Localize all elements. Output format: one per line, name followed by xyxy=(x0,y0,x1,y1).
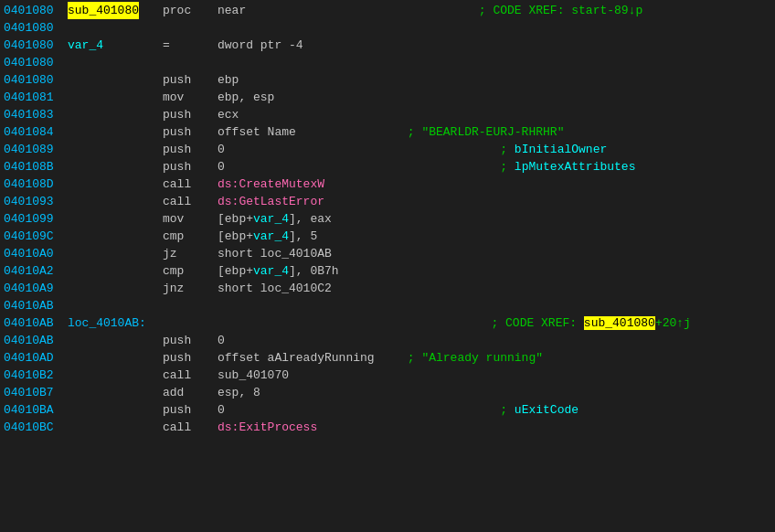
address: 04010BC xyxy=(4,419,68,436)
label-col: var_4 xyxy=(68,37,159,54)
operand: ds:ExitProcess xyxy=(218,419,400,436)
code-line: 040109C cmp [ebp+var_4], 5 xyxy=(0,228,775,245)
comment: ; bInitialOwner xyxy=(400,141,607,158)
proc-label: sub_401080 xyxy=(68,2,139,19)
code-line: 04010AD push offset aAlreadyRunning ; "A… xyxy=(0,349,775,367)
address: 04010AB xyxy=(4,297,68,314)
operand: [ebp+var_4], 0B7h xyxy=(218,262,400,280)
address: 0401084 xyxy=(4,123,68,141)
mnemonic: call xyxy=(163,367,218,384)
address: 0401080 xyxy=(4,54,68,71)
mnemonic: push xyxy=(163,141,218,158)
code-line-empty: 0401080 xyxy=(0,19,775,37)
address: 0401080 xyxy=(4,37,68,54)
operand: ebp xyxy=(218,71,400,89)
code-line: 04010BC call ds:ExitProcess xyxy=(0,419,775,436)
address: 04010B7 xyxy=(4,384,68,401)
address: 04010AB xyxy=(4,332,68,349)
mnemonic: cmp xyxy=(163,262,218,280)
address: 0401081 xyxy=(4,89,68,106)
mnemonic: push xyxy=(163,401,218,419)
mnemonic: = xyxy=(163,37,218,54)
operand: ebp, esp xyxy=(218,89,400,106)
operand: ds:GetLastError xyxy=(218,193,400,210)
code-line: 0401080 sub_401080 proc near ; CODE XREF… xyxy=(0,2,775,19)
address: 0401080 xyxy=(4,2,68,19)
operand: esp, 8 xyxy=(218,384,400,401)
operand: [ebp+var_4], eax xyxy=(218,210,400,228)
operand: short loc_4010C2 xyxy=(218,280,400,297)
mnemonic: call xyxy=(163,419,218,436)
code-line: 0401081 mov ebp, esp xyxy=(0,89,775,106)
comment: ; uExitCode xyxy=(400,401,579,419)
code-line: 04010A9 jnz short loc_4010C2 xyxy=(0,280,775,297)
mnemonic: push xyxy=(163,332,218,349)
operand: 0 xyxy=(218,141,400,158)
operand: offset Name xyxy=(218,123,400,141)
address: 040108D xyxy=(4,176,68,193)
operand: offset aAlreadyRunning xyxy=(218,349,400,367)
address: 04010B2 xyxy=(4,367,68,384)
operand: 0 xyxy=(218,158,400,176)
code-line: 04010A0 jz short loc_4010AB xyxy=(0,245,775,262)
mnemonic: proc xyxy=(163,2,218,19)
address: 04010A9 xyxy=(4,280,68,297)
label-col: loc_4010AB: xyxy=(68,314,159,332)
operand: 0 xyxy=(218,332,400,349)
mnemonic: jz xyxy=(163,245,218,262)
address: 04010AD xyxy=(4,349,68,367)
mnemonic: cmp xyxy=(163,228,218,245)
code-line: 04010AB loc_4010AB: ; CODE XREF: sub_401… xyxy=(0,314,775,332)
mnemonic: push xyxy=(163,349,218,367)
mnemonic: mov xyxy=(163,89,218,106)
code-line: 04010A2 cmp [ebp+var_4], 0B7h xyxy=(0,262,775,280)
mnemonic: mov xyxy=(163,210,218,228)
code-line: 0401084 push offset Name ; "BEARLDR-EURJ… xyxy=(0,123,775,141)
mnemonic: push xyxy=(163,123,218,141)
address: 040108B xyxy=(4,158,68,176)
operand: ds:CreateMutexW xyxy=(218,176,400,193)
address: 0401099 xyxy=(4,210,68,228)
mnemonic: add xyxy=(163,384,218,401)
comment: ; "BEARLDR-EURJ-RHRHR" xyxy=(400,123,564,141)
code-line: 04010AB push 0 xyxy=(0,332,775,349)
operand: dword ptr -4 xyxy=(218,37,400,54)
mnemonic: push xyxy=(163,158,218,176)
code-line: 0401099 mov [ebp+var_4], eax xyxy=(0,210,775,228)
comment: ; CODE XREF: sub_401080+20↑j xyxy=(327,314,691,332)
code-line: 0401093 call ds:GetLastError xyxy=(0,193,775,210)
mnemonic: push xyxy=(163,106,218,123)
code-line: 04010B7 add esp, 8 xyxy=(0,384,775,401)
address: 040109C xyxy=(4,228,68,245)
code-line: 04010B2 call sub_401070 xyxy=(0,367,775,384)
operand: short loc_4010AB xyxy=(218,245,400,262)
comment: ; "Already running" xyxy=(400,349,543,367)
code-line: 0401080 push ebp xyxy=(0,71,775,89)
code-view: 0401080 sub_401080 proc near ; CODE XREF… xyxy=(0,0,775,438)
code-line: 04010BA push 0 ; uExitCode xyxy=(0,401,775,419)
address: 0401080 xyxy=(4,71,68,89)
code-line-empty: 04010AB xyxy=(0,297,775,314)
operand: sub_401070 xyxy=(218,367,400,384)
operand: near xyxy=(218,2,400,19)
code-line-empty: 0401080 xyxy=(0,54,775,71)
mnemonic: call xyxy=(163,176,218,193)
comment: ; lpMutexAttributes xyxy=(400,158,635,176)
var-label: var_4 xyxy=(68,38,103,52)
code-line: 0401080 var_4 = dword ptr -4 xyxy=(0,37,775,54)
address: 0401083 xyxy=(4,106,68,123)
address: 04010A2 xyxy=(4,262,68,280)
mnemonic: push xyxy=(163,71,218,89)
code-line: 0401089 push 0 ; bInitialOwner xyxy=(0,141,775,158)
code-line: 0401083 push ecx xyxy=(0,106,775,123)
mnemonic: call xyxy=(163,193,218,210)
operand: ecx xyxy=(218,106,400,123)
loc-label: loc_4010AB: xyxy=(68,316,146,330)
code-line: 040108D call ds:CreateMutexW xyxy=(0,176,775,193)
label-col: sub_401080 xyxy=(68,2,159,19)
address: 04010BA xyxy=(4,401,68,419)
comment: ; CODE XREF: start-89↓p xyxy=(400,2,642,19)
address: 0401080 xyxy=(4,19,68,37)
address: 0401089 xyxy=(4,141,68,158)
address: 04010A0 xyxy=(4,245,68,262)
